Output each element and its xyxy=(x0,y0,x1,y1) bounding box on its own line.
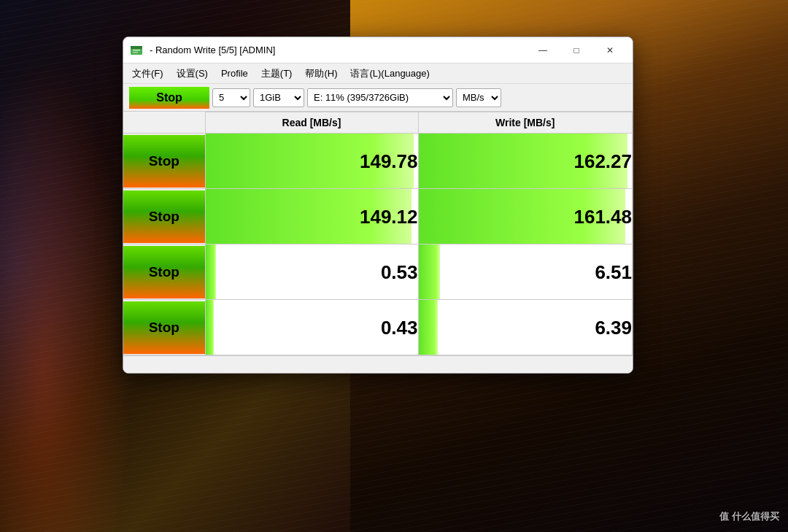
write-value-row-1: 162.27 xyxy=(419,135,633,188)
read-value-row-4: 0.43 xyxy=(206,301,418,354)
svg-rect-3 xyxy=(133,52,138,53)
table-row: Stop149.78162.27 xyxy=(123,134,633,189)
main-stop-button[interactable]: Stop xyxy=(129,87,209,109)
read-cell-row-4: 0.43 xyxy=(205,300,418,355)
menu-theme[interactable]: 主题(T) xyxy=(255,66,298,82)
read-value-row-3: 0.53 xyxy=(206,246,418,298)
stop-button-row-3[interactable]: Stop xyxy=(123,246,205,298)
drive-select[interactable]: E: 11% (395/3726GiB) xyxy=(307,88,453,107)
write-cell-row-3: 6.51 xyxy=(418,244,633,300)
header-empty xyxy=(123,112,205,134)
write-cell-row-2: 161.48 xyxy=(418,189,633,244)
results-table: Read [MB/s] Write [MB/s] Stop149.78162.2… xyxy=(123,112,633,355)
write-value-row-4: 6.39 xyxy=(419,301,633,354)
count-select[interactable]: 5 1 3 10 xyxy=(212,88,250,107)
table-row: Stop0.436.39 xyxy=(123,300,633,355)
header-write: Write [MB/s] xyxy=(418,112,633,134)
main-window: - Random Write [5/5] [ADMIN] — □ ✕ 文件(F)… xyxy=(123,36,633,374)
header-read: Read [MB/s] xyxy=(205,112,418,134)
read-cell-row-1: 149.78 xyxy=(205,134,418,189)
window-title: - Random Write [5/5] [ADMIN] xyxy=(150,45,526,55)
menu-profile[interactable]: Profile xyxy=(215,66,254,80)
menu-language[interactable]: 语言(L)(Language) xyxy=(344,66,435,82)
unit-select[interactable]: MB/s GB/s xyxy=(456,88,501,107)
read-cell-row-2: 149.12 xyxy=(205,189,418,244)
table-row: Stop0.536.51 xyxy=(123,244,633,300)
table-header: Read [MB/s] Write [MB/s] xyxy=(123,112,633,134)
content-area: Read [MB/s] Write [MB/s] Stop149.78162.2… xyxy=(123,112,633,355)
write-value-row-3: 6.51 xyxy=(419,246,633,298)
svg-rect-2 xyxy=(133,50,140,51)
stop-button-row-1[interactable]: Stop xyxy=(123,135,205,188)
write-value-row-2: 161.48 xyxy=(419,190,633,243)
read-value-row-1: 149.78 xyxy=(206,135,418,188)
titlebar: - Random Write [5/5] [ADMIN] — □ ✕ xyxy=(123,37,633,63)
svg-rect-1 xyxy=(131,46,142,49)
minimize-button[interactable]: — xyxy=(526,39,560,61)
menu-help[interactable]: 帮助(H) xyxy=(299,66,343,82)
read-value-row-2: 149.12 xyxy=(206,190,418,243)
size-select[interactable]: 1GiB 512MiB 2GiB xyxy=(253,88,304,107)
close-button[interactable]: ✕ xyxy=(593,39,627,61)
stop-button-row-4[interactable]: Stop xyxy=(123,301,205,354)
menubar: 文件(F) 设置(S) Profile 主题(T) 帮助(H) 语言(L)(La… xyxy=(123,63,633,84)
write-cell-row-1: 162.27 xyxy=(418,134,633,189)
table-row: Stop149.12161.48 xyxy=(123,189,633,244)
menu-settings[interactable]: 设置(S) xyxy=(171,66,214,82)
write-cell-row-4: 6.39 xyxy=(418,300,633,355)
app-icon xyxy=(129,43,144,58)
window-controls: — □ ✕ xyxy=(526,39,627,61)
toolbar: Stop 5 1 3 10 1GiB 512MiB 2GiB E: 11% (3… xyxy=(123,84,633,112)
menu-file[interactable]: 文件(F) xyxy=(126,66,169,82)
maximize-button[interactable]: □ xyxy=(560,39,593,61)
watermark: 值 什么值得买 xyxy=(719,510,779,523)
statusbar xyxy=(123,355,633,373)
stop-button-row-2[interactable]: Stop xyxy=(123,190,205,243)
read-cell-row-3: 0.53 xyxy=(205,244,418,300)
